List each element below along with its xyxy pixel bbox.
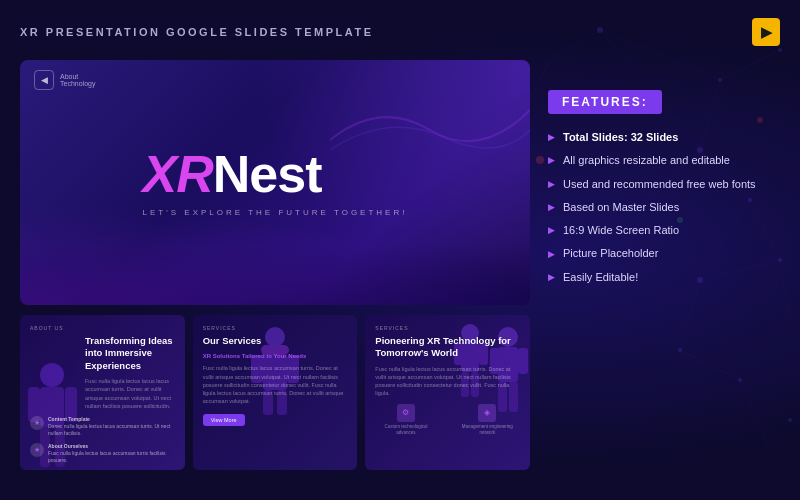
- feature-arrow-2: ▶: [548, 179, 555, 189]
- mini-slide-1-tag: About Us: [30, 325, 175, 331]
- feature-arrow-3: ▶: [548, 202, 555, 212]
- mini-slide-1-icons-2: ★ About Ourselves Fusc nulla ligula lect…: [30, 443, 175, 464]
- nav-arrow[interactable]: ◀: [34, 70, 54, 90]
- feature-item-6: ▶ Easily Editable!: [548, 270, 780, 284]
- mini-slide-3-body: Fusc nulla ligula lectus lacus accumsan …: [375, 365, 520, 398]
- main-layout: ◀ About Technology XRNest LET'S EXPLORE …: [20, 60, 780, 484]
- nav-label-group: About Technology: [60, 73, 95, 87]
- icon-circle-2: ★: [30, 443, 44, 457]
- mini-icon-1-body: Donec nulla ligula lectus lacus accumsan…: [48, 423, 175, 437]
- service-icon-2-label: Management engineering network: [455, 424, 521, 436]
- feature-text-4: 16:9 Wide Screen Ratio: [563, 223, 679, 237]
- hero-title-xr: XR: [143, 145, 213, 203]
- feature-text-3: Based on Master Slides: [563, 200, 679, 214]
- mini-slide-1: About Us Transforming Ideas into Immersi…: [20, 315, 185, 470]
- mini-icon-2: ★ About Ourselves Fusc nulla ligula lect…: [30, 443, 175, 464]
- service-icons: ⚙ Custom technological advances ◈ Manage…: [375, 404, 520, 436]
- mini-icon-2-body: Fusc nulla ligula lectus lacus accumsan …: [48, 450, 175, 464]
- service-icon-box-1: ⚙: [397, 404, 415, 422]
- mini-slide-1-icons: ★ Content Template Donec nulla ligula le…: [30, 416, 175, 437]
- slides-icon-symbol: ▶: [761, 24, 772, 40]
- mini-slide-1-title: Transforming Ideas into Immersive Experi…: [30, 335, 175, 372]
- feature-item-1: ▶ All graphics resizable and editable: [548, 153, 780, 167]
- mini-slide-2-intro: XR Solutions Tailored to Your Needs: [203, 352, 348, 361]
- hero-title: XRNest: [143, 148, 408, 200]
- mini-slide-2-tag: Services: [203, 325, 348, 331]
- page-title: XR PRESENTATION GOOGLE SLIDES TEMPLATE: [20, 26, 374, 38]
- mini-slide-1-body: Fusc nulla ligula lectus lacus lacus acc…: [30, 377, 175, 410]
- feature-text-6: Easily Editable!: [563, 270, 638, 284]
- feature-item-3: ▶ Based on Master Slides: [548, 200, 780, 214]
- feature-text-0: Total Slides: 32 Slides: [563, 130, 678, 144]
- feature-arrow-5: ▶: [548, 249, 555, 259]
- hero-bottom-fade: [20, 245, 530, 305]
- service-icon-1-label: Custom technological advances: [375, 424, 436, 436]
- features-panel: FEATURES: ▶ Total Slides: 32 Slides ▶ Al…: [548, 60, 780, 484]
- feature-arrow-0: ▶: [548, 132, 555, 142]
- mini-slide-2-content: Services Our Services XR Solutions Tailo…: [193, 315, 358, 470]
- nav-about-label: About: [60, 73, 95, 80]
- mini-slide-1-content: About Us Transforming Ideas into Immersi…: [20, 315, 185, 470]
- mini-slide-2-body: Fusc nulla ligula lectus lacus accumsan …: [203, 364, 348, 405]
- feature-arrow-1: ▶: [548, 155, 555, 165]
- slides-area: ◀ About Technology XRNest LET'S EXPLORE …: [20, 60, 530, 484]
- icon-circle-1: ★: [30, 416, 44, 430]
- nav-tech-label: Technology: [60, 80, 95, 87]
- view-more-button[interactable]: View More: [203, 414, 245, 426]
- content-wrapper: XR PRESENTATION GOOGLE SLIDES TEMPLATE ▶…: [0, 0, 800, 500]
- mini-slide-3-tag: Services: [375, 325, 520, 331]
- mini-icon-1-label: Content Template: [48, 416, 175, 423]
- mini-slide-3-title: Pioneering XR Technology for Tomorrow's …: [375, 335, 520, 360]
- feature-text-1: All graphics resizable and editable: [563, 153, 730, 167]
- feature-item-5: ▶ Picture Placeholder: [548, 246, 780, 260]
- service-icon-1: ⚙ Custom technological advances: [375, 404, 436, 436]
- feature-text-2: Used and recommended free web fonts: [563, 177, 756, 191]
- mini-icon-2-label: About Ourselves: [48, 443, 175, 450]
- mini-icon-2-text: About Ourselves Fusc nulla ligula lectus…: [48, 443, 175, 464]
- feature-item-0: ▶ Total Slides: 32 Slides: [548, 130, 780, 144]
- mini-slide-2-title: Our Services: [203, 335, 348, 347]
- mini-slide-2: Services Our Services XR Solutions Tailo…: [193, 315, 358, 470]
- mini-icon-1-text: Content Template Donec nulla ligula lect…: [48, 416, 175, 437]
- hero-subtitle: LET'S EXPLORE THE FUTURE TOGETHER!: [143, 208, 408, 217]
- bottom-slides: About Us Transforming Ideas into Immersi…: [20, 315, 530, 470]
- feature-arrow-6: ▶: [548, 272, 555, 282]
- header: XR PRESENTATION GOOGLE SLIDES TEMPLATE ▶: [20, 18, 780, 46]
- slide-nav: ◀ About Technology: [34, 70, 95, 90]
- mini-icon-1: ★ Content Template Donec nulla ligula le…: [30, 416, 175, 437]
- features-label: FEATURES:: [548, 90, 662, 114]
- service-icon-2: ◈ Management engineering network: [455, 404, 521, 436]
- service-icon-box-2: ◈: [478, 404, 496, 422]
- feature-item-4: ▶ 16:9 Wide Screen Ratio: [548, 223, 780, 237]
- mini-slide-3-content: Services Pioneering XR Technology for To…: [365, 315, 530, 470]
- hero-title-nest: Nest: [213, 145, 322, 203]
- hero-title-group: XRNest LET'S EXPLORE THE FUTURE TOGETHER…: [143, 148, 408, 217]
- feature-arrow-4: ▶: [548, 225, 555, 235]
- google-slides-icon: ▶: [752, 18, 780, 46]
- hero-slide: ◀ About Technology XRNest LET'S EXPLORE …: [20, 60, 530, 305]
- mini-slide-3: Services Pioneering XR Technology for To…: [365, 315, 530, 470]
- feature-text-5: Picture Placeholder: [563, 246, 658, 260]
- feature-item-2: ▶ Used and recommended free web fonts: [548, 177, 780, 191]
